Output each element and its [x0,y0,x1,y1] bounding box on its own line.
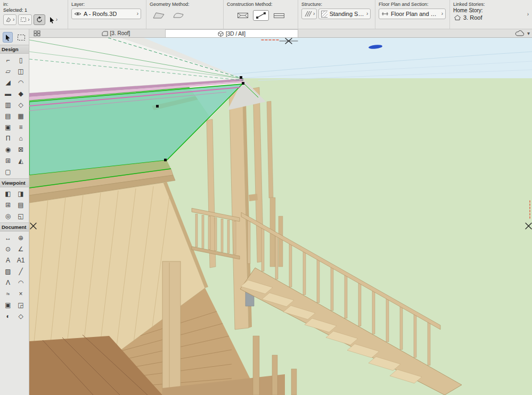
arrow-tool[interactable] [3,32,13,43]
tool-line-icon[interactable]: ╱ [14,266,27,277]
tool-fill-icon[interactable]: ▨ [2,266,14,277]
floor-plan-value: Floor Plan and Section... [391,11,437,17]
geometry-polyroof-button[interactable] [150,10,168,21]
tool-beam-icon[interactable]: ▬ [2,88,14,99]
standing-seam-texture-icon [321,11,327,18]
tool-opening-icon[interactable]: ⊠ [14,144,27,155]
tab-3-roof[interactable]: [3. Roof] [67,29,165,37]
favorites-button[interactable]: › [18,14,31,25]
tool-zone-icon[interactable]: ▣ [2,122,14,133]
tool-grid-icon[interactable]: ⊞ [2,155,14,166]
tool-slab-icon[interactable]: ▱ [2,66,14,77]
tool-roof-icon[interactable]: ◢ [2,77,14,88]
tab-3d-all[interactable]: [3D / All] [165,29,298,37]
plan-display-icon [381,11,389,17]
tool-figure-icon[interactable]: ▣ [2,300,14,310]
3d-view-tab-icon [218,31,224,37]
sloped-plane-icon [255,11,267,20]
grid-view-icon [34,30,40,36]
tool-window-icon[interactable]: ◫ [14,66,27,77]
marquee-small-icon [20,17,27,23]
rotate-mode-button[interactable] [34,14,45,25]
toolbox-section-viewpoint: Viewpoint [0,178,29,187]
geometry-single-plane-button[interactable] [169,10,187,21]
tool-mesh-icon[interactable]: ▦ [14,111,27,121]
construction-gable-button[interactable] [271,10,288,21]
tool-arc-icon[interactable]: ◠ [14,277,27,288]
tool-preview-icon [5,17,12,23]
tool-object-icon[interactable]: ⌂ [14,133,27,144]
structure-dropdown[interactable]: Standing Sea... › [318,9,371,19]
selection-count: Selected: 1 [3,7,64,13]
tool-curtain-wall-icon[interactable]: ▤ [2,111,14,121]
tool-drawing-icon[interactable]: ◲ [14,300,27,310]
tab-3-roof-label: [3. Roof] [110,30,130,36]
tool-section-icon[interactable]: ◧ [2,188,14,199]
tool-detail-icon[interactable]: ◎ [2,211,14,221]
chevron-down-icon: ▾ [527,31,530,36]
tool-ramp-icon[interactable]: ◭ [14,155,27,166]
info-box-toolbar: in: Selected: 1 › › › Layer: A [0,0,532,29]
tool-interior-elevation-icon[interactable]: ⊞ [2,200,14,210]
tool-spline-icon[interactable]: ≈ [2,289,14,299]
tool-truss-icon[interactable]: ▢ [2,167,14,177]
toolbox: Design⌐▯▱◫◢◠▬◆▥◇▤▦▣≡Π⌂◉⊠⊞◭▢Viewpoint◧◨⊞▤… [0,29,29,395]
tool-settings-button[interactable]: › [3,14,17,25]
tool-shell-icon[interactable]: ◠ [14,77,27,88]
tool-3d-document-icon[interactable]: ◱ [14,211,27,221]
chevron-right-icon: › [137,11,138,17]
eye-icon [74,11,81,17]
cloud-sync-button[interactable]: ▾ [514,29,532,37]
tool-column-icon[interactable]: ▥ [2,100,14,110]
tool-stair-icon[interactable]: ≡ [14,122,27,133]
chevron-right-icon: › [366,11,368,17]
tab-3d-all-label: [3D / All] [226,31,245,37]
tab-overview-button[interactable] [29,29,67,37]
tool-radial-dimension-icon[interactable]: ⊙ [2,244,14,254]
tool-elevation-icon[interactable]: ◨ [14,188,27,199]
marquee-tool-icon [17,34,26,41]
tool-door-icon[interactable]: ▯ [14,55,27,65]
tool-wall-icon[interactable]: ⌐ [2,55,14,65]
construction-method-section: Construction Method: [224,0,298,29]
floor-plan-label: Floor Plan and Section: [379,2,446,7]
tool-worksheet-icon[interactable]: ▤ [14,200,27,210]
tool-label-icon[interactable]: A1 [14,255,27,266]
tool-camera-icon[interactable]: ◐ [2,311,14,322]
construction-hip-button[interactable] [234,10,251,21]
structure-section: Structure: › Standing Sea... › [298,0,375,29]
cloud-icon [514,30,526,37]
floor-plan-dropdown[interactable]: Floor Plan and Section... › [379,9,446,19]
selection-section: in: Selected: 1 › › › [0,0,68,29]
tool-railing-icon[interactable]: Π [2,133,14,144]
marquee-tool[interactable] [17,32,26,43]
arrow-tool-button[interactable]: › [47,14,60,25]
layer-label: Layer: [71,2,143,7]
layer-dropdown[interactable]: A - Roofs.3D › [71,9,141,19]
home-story-label: Home Story: [453,7,529,13]
selection-label: in: [3,2,64,7]
home-story-value: 3. Roof [463,14,482,21]
polyroof-icon [152,11,166,20]
tool-angle-dimension-icon[interactable]: ∠ [14,244,27,254]
floor-plan-tab-icon [102,31,108,36]
tool-hotspot-icon[interactable]: × [14,289,27,299]
tool-polyline-icon[interactable]: Λ [2,277,14,288]
tool-text-icon[interactable]: A [2,255,14,266]
tool-lamp-icon[interactable]: ◉ [2,144,14,155]
tool-skylight-icon[interactable]: ◇ [14,100,27,110]
linked-stories-section: Linked Stories: Home Story: 3. Roof › [450,0,532,29]
tool-morph-icon[interactable]: ◆ [14,88,27,99]
geometry-method-label: Geometry Method: [150,2,220,7]
tool-level-dimension-icon[interactable]: ⊕ [14,233,27,243]
construction-slope-button[interactable] [253,10,269,21]
construction-method-label: Construction Method: [227,2,294,7]
tool-marker-icon[interactable]: ◇ [14,311,27,322]
3d-viewport[interactable] [29,38,532,395]
toolbox-sections: Design⌐▯▱◫◢◠▬◆▥◇▤▦▣≡Π⌂◉⊠⊞◭▢Viewpoint◧◨⊞▤… [0,45,29,323]
tool-dimension-icon[interactable]: ↔ [2,233,14,243]
arrow-tool-icon [5,34,11,41]
chevron-right-icon: › [441,11,443,17]
composite-structure-button[interactable]: › [301,9,317,19]
linked-stories-chevron[interactable]: › [527,12,529,17]
